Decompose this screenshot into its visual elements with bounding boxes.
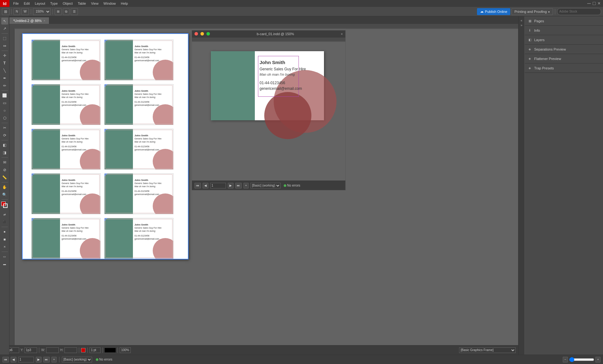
menu-file[interactable]: File [11,0,21,7]
preview-minimize-btn[interactable] [200,32,204,35]
panel-layers[interactable]: ◧ Layers [525,35,603,45]
view-mode-preview[interactable]: ▬ [1,261,8,268]
hand-tool[interactable]: ✋ [1,184,8,191]
zoom-select[interactable]: 150% [33,8,51,15]
window-close[interactable]: × [598,1,600,6]
bottom-stroke-input[interactable] [90,347,101,353]
zoom-tool[interactable]: 🔍 [1,191,8,198]
color-boxes[interactable] [1,202,8,209]
free-transform-tool[interactable]: ⟳ [1,132,8,139]
preview-preset-select[interactable]: [Basic] (working) [250,183,281,188]
gradient-tool[interactable]: ◧ [1,142,8,149]
pen-tool[interactable]: ✒ [1,75,8,82]
business-card-5-1[interactable]: John Smith Generic Sales Guy For Hire Ma… [31,218,101,259]
menu-edit[interactable]: Edit [21,0,32,7]
preview-close-x[interactable]: × [341,32,343,36]
eyedropper-tool[interactable]: ⊘ [1,166,8,173]
apply-color[interactable]: ■ [1,228,8,235]
zoom-slider[interactable] [569,357,594,362]
menu-view[interactable]: View [89,0,101,7]
stroke-box[interactable] [3,204,8,208]
last-page-btn[interactable]: ⏭ [43,357,50,362]
preview-new-page[interactable]: + [244,183,249,188]
panel-trap-presets[interactable]: ◈ Trap Presets [525,63,603,73]
panel-info[interactable]: ℹ Info [525,26,603,35]
bottom-w-input[interactable] [46,347,59,353]
note-tool[interactable]: ✉ [1,159,8,166]
page-input[interactable] [18,357,34,362]
panel-expand-btn[interactable]: » [521,24,523,27]
bottom-y-input[interactable] [25,347,37,353]
printing-proofing-button[interactable]: Printing and Proofing ▼ [512,8,553,15]
menu-table[interactable]: Table [75,0,88,7]
apply-none[interactable]: ✕ [1,243,8,250]
panel-pages[interactable]: ▦ Pages [525,16,603,26]
panel-separations-preview[interactable]: ◈ Separations Preview [525,45,603,54]
business-card-5-2[interactable]: John Smith Generic Sales Guy For Hire Ma… [104,218,173,259]
preview-next-page[interactable]: ▶ [228,183,233,188]
preview-business-card[interactable]: John Smith Generic Sales Guy For Hire Ma… [211,51,324,120]
bottom-h-input[interactable] [64,347,77,353]
menu-type[interactable]: Type [48,0,60,7]
mode-btn1[interactable]: N [14,8,20,15]
preview-last-page[interactable]: ⏭ [235,183,242,188]
business-card-2-1[interactable]: John Smith Generic Sales Guy For Hire Ma… [31,84,101,125]
preview-prev-page[interactable]: ◀ [203,183,208,188]
panel-collapse-btn[interactable]: « [521,19,523,22]
new-page-btn[interactable]: + [52,357,57,362]
measure-tool[interactable]: 📏 [1,174,8,181]
menu-help[interactable]: Help [118,0,130,7]
arrange-btn[interactable]: ☰ [71,8,78,15]
next-page-btn[interactable]: ▶ [36,357,41,362]
preview-first-page[interactable]: ⏮ [195,183,201,188]
ellipse-tool[interactable]: ○ [1,107,8,114]
content-tool[interactable]: ✛ [1,52,8,59]
selection-tool[interactable]: ↖ [1,18,8,24]
view-options[interactable]: ⊞ [55,8,62,15]
frame-style-select[interactable]: [Basic Graphics Frame] [459,347,516,353]
zoom-in-btn[interactable]: + [595,357,600,362]
opacity-input[interactable] [120,347,131,353]
menu-object[interactable]: Object [60,0,75,7]
stroke-style-preview[interactable] [105,348,116,352]
direct-selection-tool[interactable]: ↗ [1,25,8,32]
view-mode-normal[interactable]: ▭ [1,253,8,260]
gradient-feather-tool[interactable]: ◨ [1,149,8,156]
menu-layout[interactable]: Layout [32,0,48,7]
search-input[interactable] [557,8,601,15]
preview-maximize-btn[interactable] [206,32,210,35]
zoom-out-btn[interactable]: − [563,357,568,362]
business-card-2-2[interactable]: John Smith Generic Sales Guy For Hire Ma… [104,84,173,125]
window-maximize[interactable]: □ [593,1,596,6]
menu-window[interactable]: Window [101,0,118,7]
first-page-btn[interactable]: ⏮ [3,357,9,362]
proof-preset-select[interactable]: [Basic] (working) [62,357,92,362]
panel-flattener-preview[interactable]: ◈ Flattener Preview [525,54,603,63]
mode-btn2[interactable]: W [21,8,29,15]
publish-online-button[interactable]: ☁ Publish Online [477,8,510,15]
rect-tool[interactable]: ▭ [1,100,8,106]
bottom-fill-swatch[interactable] [81,348,85,352]
business-card-4-2[interactable]: John Smith Generic Sales Guy For Hire Ma… [104,173,173,214]
frame-btn[interactable]: ⧉ [63,8,69,15]
tab-close-untitled[interactable]: × [44,19,45,22]
preview-page-input[interactable] [210,183,226,188]
window-minimize[interactable]: ─ [587,1,591,6]
preview-close-btn[interactable] [195,32,198,35]
apply-gradient[interactable]: ◼ [1,236,8,243]
polygon-tool[interactable]: ⬡ [1,115,8,122]
default-colors[interactable]: ⬛ [1,219,8,225]
pencil-tool[interactable]: ✏ [1,82,8,89]
business-card-1-1[interactable]: John Smith Generic Sales Guy For Hire Ma… [31,40,101,80]
business-card-3-2[interactable]: John Smith Generic Sales Guy For Hire Ma… [104,129,173,170]
transform-btn[interactable]: ⊞ [2,8,9,15]
tab-untitled[interactable]: *Untitled-2 @ 88% × [9,17,49,24]
line-tool[interactable]: ╲ [1,67,8,74]
type-tool[interactable]: T [1,60,8,67]
business-card-3-1[interactable]: John Smith Generic Sales Guy For Hire Ma… [31,129,101,170]
business-card-4-1[interactable]: John Smith Generic Sales Guy For Hire Ma… [31,173,101,214]
business-card-1-2[interactable]: John Smith Generic Sales Guy For Hire Ma… [104,40,173,80]
scissors-tool[interactable]: ✂ [1,124,8,131]
rect-frame-tool[interactable]: ⬜ [1,92,8,99]
prev-page-btn[interactable]: ◀ [11,357,16,362]
